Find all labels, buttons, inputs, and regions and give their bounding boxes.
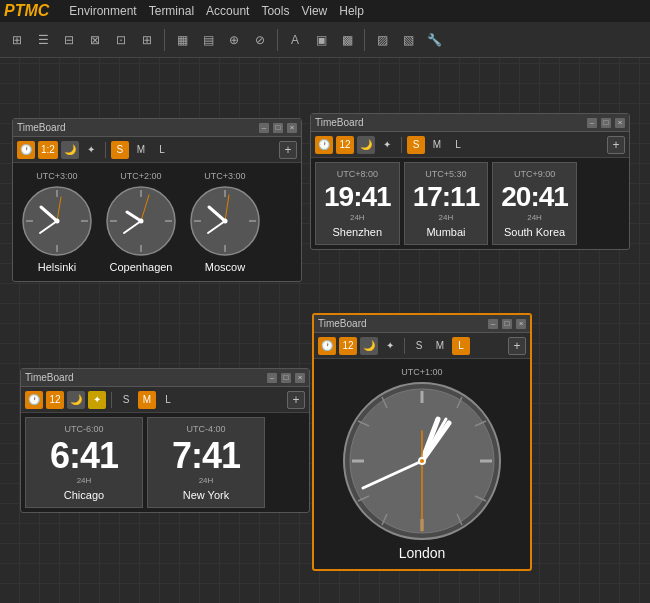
- toolbar-icon-13[interactable]: ▩: [336, 29, 358, 51]
- toolbar-icon-14[interactable]: ▨: [371, 29, 393, 51]
- clock-helsinki: UTC+3:00 Helsinki: [17, 167, 97, 277]
- tb2-size-btn[interactable]: 12: [336, 136, 354, 154]
- tb3-close[interactable]: ×: [295, 373, 305, 383]
- mumbai-time: 17:11: [413, 183, 480, 211]
- chicago-24h: 24H: [77, 476, 92, 485]
- moscow-city: Moscow: [205, 261, 245, 273]
- tb2-moon-btn[interactable]: 🌙: [357, 136, 375, 154]
- chicago-time: 6:41: [50, 438, 118, 474]
- toolbar-icon-6[interactable]: ⊞: [136, 29, 158, 51]
- tb4-moon-btn[interactable]: 🌙: [360, 337, 378, 355]
- clock-south-korea: UTC+9:00 20:41 24H South Korea: [492, 162, 577, 245]
- tb1-l-btn[interactable]: L: [153, 141, 171, 159]
- toolbar-icon-7[interactable]: ▦: [171, 29, 193, 51]
- menu-terminal[interactable]: Terminal: [149, 4, 194, 18]
- toolbar-icon-8[interactable]: ▤: [197, 29, 219, 51]
- tb1-close[interactable]: ×: [287, 123, 297, 133]
- clock-moscow: UTC+3:00 Moscow: [185, 167, 265, 277]
- tb4-s-btn[interactable]: S: [410, 337, 428, 355]
- tb2-close[interactable]: ×: [615, 118, 625, 128]
- tb4-sun-btn[interactable]: ✦: [381, 337, 399, 355]
- new-york-time: 7:41: [172, 438, 240, 474]
- tb2-s-btn[interactable]: S: [407, 136, 425, 154]
- tb1-plus-btn[interactable]: +: [279, 141, 297, 159]
- toolbar-sep-1: [164, 29, 165, 51]
- tb1-size-btn[interactable]: 1:2: [38, 141, 58, 159]
- tb3-restore[interactable]: □: [281, 373, 291, 383]
- tb1-clock-btn[interactable]: 🕐: [17, 141, 35, 159]
- workspace: TimeBoard – □ × 🕐 1:2 🌙 ✦ S M L + UTC+3:…: [0, 58, 650, 603]
- tb2-l-btn[interactable]: L: [449, 136, 467, 154]
- tb3-m-btn[interactable]: M: [138, 391, 156, 409]
- toolbar-icon-2[interactable]: ☰: [32, 29, 54, 51]
- tb4-restore[interactable]: □: [502, 319, 512, 329]
- tb3-s-btn[interactable]: S: [117, 391, 135, 409]
- tb4-l-btn[interactable]: L: [452, 337, 470, 355]
- helsinki-clock-face: [21, 185, 93, 257]
- tb1-sun-btn[interactable]: ✦: [82, 141, 100, 159]
- timeboard-1-title: TimeBoard: [17, 122, 66, 133]
- toolbar-icon-9[interactable]: ⊕: [223, 29, 245, 51]
- timeboard-2-title: TimeBoard: [315, 117, 364, 128]
- tb4-clock-btn[interactable]: 🕐: [318, 337, 336, 355]
- copenhagen-clock-face: [105, 185, 177, 257]
- tb3-minimize[interactable]: –: [267, 373, 277, 383]
- menu-account[interactable]: Account: [206, 4, 249, 18]
- svg-point-48: [420, 459, 424, 463]
- tb2-minimize[interactable]: –: [587, 118, 597, 128]
- menu-view[interactable]: View: [301, 4, 327, 18]
- mumbai-utc: UTC+5:30: [425, 169, 466, 179]
- timeboard-4-toolbar: 🕐 12 🌙 ✦ S M L +: [314, 333, 530, 359]
- tb1-s-btn[interactable]: S: [111, 141, 129, 159]
- toolbar-icon-15[interactable]: ▧: [397, 29, 419, 51]
- toolbar-icon-12[interactable]: ▣: [310, 29, 332, 51]
- menu-bar: PTMC Environment Terminal Account Tools …: [0, 0, 650, 22]
- tb4-plus-btn[interactable]: +: [508, 337, 526, 355]
- tb4-m-btn[interactable]: M: [431, 337, 449, 355]
- toolbar-icon-1[interactable]: ⊞: [6, 29, 28, 51]
- tb1-sep: [105, 142, 106, 158]
- timeboard-2-controls: – □ ×: [587, 118, 625, 128]
- toolbar-icon-3[interactable]: ⊟: [58, 29, 80, 51]
- new-york-city: New York: [183, 489, 229, 501]
- tb3-clock-btn[interactable]: 🕐: [25, 391, 43, 409]
- menu-tools[interactable]: Tools: [261, 4, 289, 18]
- london-city: London: [399, 545, 446, 561]
- timeboard-1-controls: – □ ×: [259, 123, 297, 133]
- svg-point-26: [223, 219, 228, 224]
- tb4-sep: [404, 338, 405, 354]
- timeboard-1-toolbar: 🕐 1:2 🌙 ✦ S M L +: [13, 137, 301, 163]
- tb3-plus-btn[interactable]: +: [287, 391, 305, 409]
- tb1-minimize[interactable]: –: [259, 123, 269, 133]
- toolbar-icon-16[interactable]: 🔧: [423, 29, 445, 51]
- toolbar-sep-3: [364, 29, 365, 51]
- tb3-size-btn[interactable]: 12: [46, 391, 64, 409]
- toolbar-icon-4[interactable]: ⊠: [84, 29, 106, 51]
- tb3-sun-btn[interactable]: ✦: [88, 391, 106, 409]
- tb2-clock-btn[interactable]: 🕐: [315, 136, 333, 154]
- tb2-restore[interactable]: □: [601, 118, 611, 128]
- toolbar-icon-11[interactable]: A: [284, 29, 306, 51]
- tb2-plus-btn[interactable]: +: [607, 136, 625, 154]
- toolbar-icon-5[interactable]: ⊡: [110, 29, 132, 51]
- toolbar-icon-10[interactable]: ⊘: [249, 29, 271, 51]
- timeboard-3-controls: – □ ×: [267, 373, 305, 383]
- tb2-sun-btn[interactable]: ✦: [378, 136, 396, 154]
- tb4-minimize[interactable]: –: [488, 319, 498, 329]
- tb1-moon-btn[interactable]: 🌙: [61, 141, 79, 159]
- timeboard-4-title: TimeBoard: [318, 318, 367, 329]
- tb4-close[interactable]: ×: [516, 319, 526, 329]
- mumbai-24h: 24H: [439, 213, 454, 222]
- south-korea-city: South Korea: [504, 226, 565, 238]
- tb1-m-btn[interactable]: M: [132, 141, 150, 159]
- menu-help[interactable]: Help: [339, 4, 364, 18]
- tb3-moon-btn[interactable]: 🌙: [67, 391, 85, 409]
- london-clock-face: [342, 381, 502, 541]
- timeboard-1: TimeBoard – □ × 🕐 1:2 🌙 ✦ S M L + UTC+3:…: [12, 118, 302, 282]
- tb4-size-btn[interactable]: 12: [339, 337, 357, 355]
- tb2-m-btn[interactable]: M: [428, 136, 446, 154]
- timeboard-1-titlebar: TimeBoard – □ ×: [13, 119, 301, 137]
- tb3-l-btn[interactable]: L: [159, 391, 177, 409]
- tb1-restore[interactable]: □: [273, 123, 283, 133]
- menu-environment[interactable]: Environment: [69, 4, 136, 18]
